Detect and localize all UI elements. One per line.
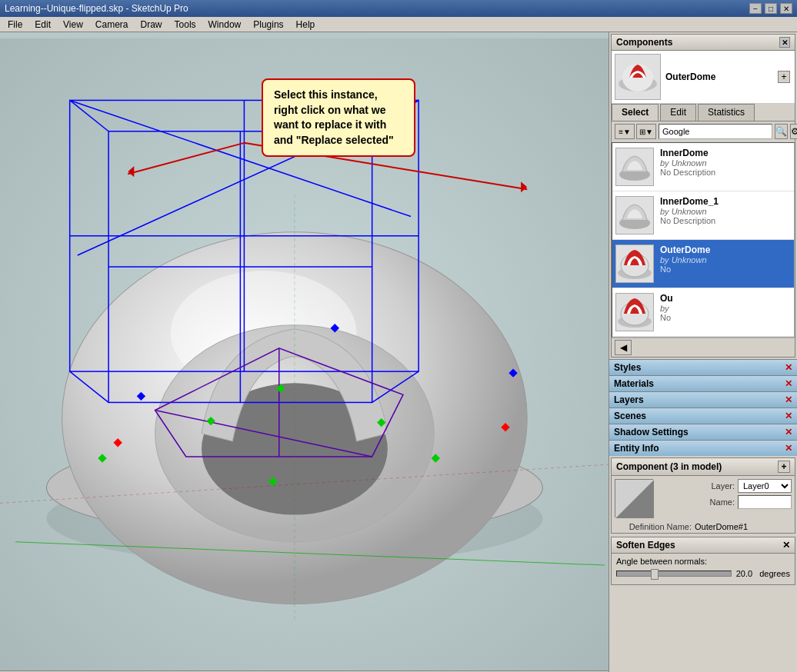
entity-info-label: Entity Info: [614, 443, 659, 454]
layer-select[interactable]: Layer0: [738, 479, 792, 493]
component-list[interactable]: InnerDome by Unknown No Description: [612, 142, 795, 338]
component-info-add[interactable]: +: [778, 461, 790, 473]
soften-edges-title: Soften Edges: [616, 540, 675, 551]
main-layout: Select this instance, right click on wha…: [0, 32, 797, 672]
window-controls: − □ ✕: [749, 3, 792, 14]
styles-panel-header[interactable]: Styles ✕: [609, 359, 797, 375]
viewport[interactable]: Select this instance, right click on wha…: [0, 32, 609, 672]
styles-close[interactable]: ✕: [785, 362, 792, 373]
tab-statistics[interactable]: Statistics: [698, 104, 755, 121]
comp-info-innerdome: InnerDome by Unknown No Description: [660, 148, 715, 177]
angle-slider-row: 20.0 degrees: [616, 569, 790, 578]
definition-label: Definition Name:: [615, 522, 692, 531]
nav-back-button[interactable]: ◀: [615, 340, 632, 355]
angle-label: Angle between normals:: [616, 557, 790, 566]
menu-help[interactable]: Help: [290, 18, 322, 32]
component-item-innerdome[interactable]: InnerDome by Unknown No Description: [612, 143, 794, 191]
callout-text: Select this instance, right click on wha…: [274, 88, 394, 146]
minimize-button[interactable]: −: [749, 3, 762, 14]
comp-info-ou: Ou by No: [660, 293, 673, 322]
soften-edges-header: Soften Edges ✕: [612, 537, 795, 554]
component-info-title: Component (3 in model): [616, 461, 722, 472]
materials-close[interactable]: ✕: [785, 378, 792, 389]
menu-file[interactable]: File: [2, 18, 28, 32]
scenes-close[interactable]: ✕: [785, 411, 792, 421]
view-btn-grid[interactable]: ⊞▼: [636, 124, 656, 139]
titlebar: Learning--Unique-flipped.skp - SketchUp …: [0, 0, 797, 17]
layers-close[interactable]: ✕: [785, 394, 792, 405]
entity-info-close[interactable]: ✕: [785, 443, 792, 454]
tabs-row: Select Edit Statistics: [612, 104, 795, 121]
search-input[interactable]: [659, 124, 772, 139]
shadow-settings-panel-header[interactable]: Shadow Settings ✕: [609, 424, 797, 440]
components-panel-close[interactable]: ✕: [779, 37, 790, 48]
materials-panel-header[interactable]: Materials ✕: [609, 375, 797, 391]
definition-row: Definition Name: OuterDome#1: [615, 522, 792, 531]
comp-info-fields: Layer: Layer0 Name:: [658, 479, 792, 511]
name-field-row: Name:: [658, 495, 792, 509]
component-item-innerdome1[interactable]: InnerDome_1 by Unknown No Description: [612, 191, 794, 240]
entity-info-panel-header[interactable]: Entity Info ✕: [609, 440, 797, 456]
selected-preview: OuterDome +: [612, 51, 795, 104]
tab-edit[interactable]: Edit: [660, 104, 696, 121]
view-btn-list[interactable]: ≡▼: [615, 124, 635, 139]
angle-value: 20.0 degrees: [736, 569, 790, 578]
menu-draw[interactable]: Draw: [135, 18, 168, 32]
tab-select[interactable]: Select: [612, 104, 659, 121]
menu-window[interactable]: Window: [202, 18, 248, 32]
component-item-outerdome[interactable]: OuterDome by Unknown No Properties Delet…: [612, 240, 794, 288]
callout-bubble: Select this instance, right click on wha…: [262, 78, 415, 157]
comp-info-innerdome1: InnerDome_1 by Unknown No Description: [660, 196, 719, 225]
menu-plugins[interactable]: Plugins: [247, 18, 289, 32]
name-value[interactable]: [738, 495, 792, 509]
comp-info-outerdome: OuterDome by Unknown No: [660, 245, 710, 274]
menu-view[interactable]: View: [57, 18, 89, 32]
component-info-header: Component (3 in model) +: [612, 458, 795, 476]
layers-label: Layers: [614, 394, 644, 405]
definition-value: OuterDome#1: [695, 522, 792, 531]
search-button[interactable]: 🔍: [775, 124, 788, 139]
selected-component-name: OuterDome: [665, 72, 715, 82]
name-label: Name:: [658, 497, 735, 507]
materials-label: Materials: [614, 378, 654, 389]
components-panel: Components ✕ OuterDome: [611, 34, 795, 358]
components-panel-header: Components ✕: [612, 35, 795, 51]
preview-thumbnail: [615, 54, 661, 100]
scenes-label: Scenes: [614, 411, 646, 421]
menu-camera[interactable]: Camera: [89, 18, 135, 32]
components-title: Components: [616, 37, 672, 48]
component-item-ou[interactable]: Ou by No: [612, 288, 794, 337]
angle-slider-thumb[interactable]: [651, 569, 659, 580]
layer-field-row: Layer: Layer0: [658, 479, 792, 493]
close-button[interactable]: ✕: [780, 3, 792, 14]
search-extra-button[interactable]: ⚙: [790, 124, 797, 139]
comp-thumb-outerdome: [615, 245, 654, 283]
comp-info-inner: Layer: Layer0 Name:: [612, 476, 795, 521]
soften-edges-close[interactable]: ✕: [782, 540, 790, 551]
soften-panel-content: Angle between normals: 20.0 degrees: [612, 554, 795, 584]
right-panel: Components ✕ OuterDome: [609, 32, 797, 672]
view-buttons: ≡▼ ⊞▼: [615, 124, 656, 139]
shadow-settings-label: Shadow Settings: [614, 427, 689, 437]
component-info-panel: Component (3 in model) + Layer: Layer0: [611, 457, 795, 534]
comp-thumb-innerdome: [615, 148, 654, 186]
nav-row: ◀: [612, 338, 795, 357]
menu-tools[interactable]: Tools: [168, 18, 202, 32]
menubar: File Edit View Camera Draw Tools Window …: [0, 17, 797, 32]
styles-label: Styles: [614, 362, 641, 373]
layers-panel-header[interactable]: Layers ✕: [609, 391, 797, 408]
comp-info-thumb: [615, 479, 653, 517]
angle-slider-track[interactable]: [616, 571, 732, 577]
app-title: Learning--Unique-flipped.skp - SketchUp …: [5, 3, 188, 14]
scenes-panel-header[interactable]: Scenes ✕: [609, 408, 797, 424]
shadow-settings-close[interactable]: ✕: [785, 427, 792, 437]
search-row: ≡▼ ⊞▼ 🔍 ⚙: [612, 121, 795, 142]
comp-thumb-ou: [615, 293, 654, 331]
layer-label: Layer:: [658, 481, 735, 491]
comp-thumb-innerdome1: [615, 196, 654, 235]
component-add-button[interactable]: +: [778, 71, 790, 83]
maximize-button[interactable]: □: [765, 3, 777, 14]
soften-edges-panel: Soften Edges ✕ Angle between normals: 20…: [611, 537, 795, 585]
menu-edit[interactable]: Edit: [28, 18, 57, 32]
